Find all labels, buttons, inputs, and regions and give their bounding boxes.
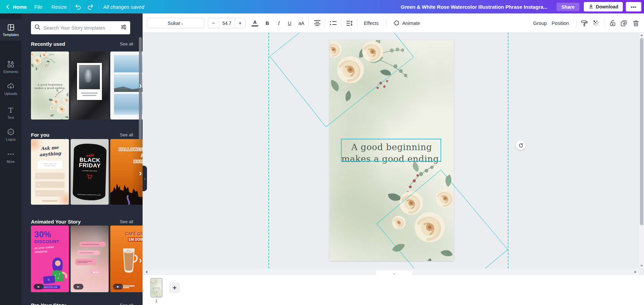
text-spacing-button[interactable]: [344, 18, 355, 28]
see-all-link[interactable]: See all: [120, 303, 133, 305]
bullet-list-button[interactable]: [328, 18, 339, 28]
lock-button[interactable]: [607, 18, 618, 28]
share-button[interactable]: Share: [557, 3, 579, 11]
template-card-rose-quote[interactable]: [31, 52, 69, 120]
template-card-dark-photo[interactable]: [71, 52, 109, 120]
list-icon: [330, 21, 337, 25]
animate-button[interactable]: Animate: [388, 18, 424, 28]
divider: [605, 18, 605, 28]
sidebar: Templates Elements Uploads T Text co. Lo…: [0, 13, 22, 305]
collapse-canvas-controls[interactable]: ⌄: [376, 270, 413, 276]
template-card-discount[interactable]: 30% DISCOUNT on your onlineshopping. YOU…: [31, 226, 69, 292]
template-row-for-you: Ask meanything PLACE QUESTIONSTICKER HER…: [31, 139, 143, 205]
sidebar-item-label: Text: [7, 115, 14, 120]
rotate-handle[interactable]: [516, 140, 526, 150]
panel-collapse-handle[interactable]: ‹: [143, 166, 147, 191]
section-header-for-you: For you See all: [31, 131, 133, 138]
scrollbar-thumb[interactable]: [640, 38, 643, 225]
section-header-pro: Pro Your Story See all: [31, 302, 133, 305]
divider: [341, 18, 341, 28]
sidebar-item-more[interactable]: More: [0, 146, 22, 168]
back-icon[interactable]: [5, 0, 11, 13]
question-sticker: PLACE QUESTIONSTICKER HERE: [38, 161, 62, 169]
delete-button[interactable]: [631, 18, 641, 28]
sidebar-item-label: Templates: [3, 33, 19, 37]
chevron-right-icon[interactable]: ›: [139, 169, 142, 177]
font-size-value[interactable]: 54.7: [219, 18, 235, 28]
document-title[interactable]: Green & White Rose Watercolor Illustrati…: [401, 0, 547, 13]
search-box[interactable]: [31, 21, 130, 34]
undo-icon[interactable]: [75, 0, 82, 13]
divider: [308, 18, 309, 28]
see-all-link[interactable]: See all: [120, 41, 133, 46]
home-button[interactable]: Home: [13, 0, 27, 13]
chevron-right-icon[interactable]: ›: [139, 256, 142, 265]
play-button[interactable]: ▶: [73, 284, 83, 290]
transparency-button[interactable]: [591, 18, 602, 28]
search-input[interactable]: [43, 25, 118, 31]
see-all-link[interactable]: See all: [120, 219, 133, 224]
lock-icon: [609, 20, 616, 27]
bold-button[interactable]: B: [263, 18, 272, 28]
duplicate-icon: [620, 20, 628, 27]
answer-row: 02: [35, 181, 65, 188]
play-icon: ▶: [117, 285, 119, 288]
copy-style-button[interactable]: [579, 18, 590, 28]
effects-button[interactable]: Effects: [359, 18, 383, 28]
download-button[interactable]: Download: [584, 2, 623, 11]
divider: [386, 18, 386, 28]
add-page-button[interactable]: +: [169, 282, 180, 293]
scroll-right-icon[interactable]: [635, 271, 636, 273]
text-align-button[interactable]: [311, 18, 323, 28]
sale-script: sale: [86, 153, 94, 158]
font-size-increase[interactable]: +: [235, 18, 245, 28]
underline-button[interactable]: U: [285, 18, 294, 28]
sidebar-item-text[interactable]: T Text: [0, 102, 22, 124]
text-case-button[interactable]: aA: [296, 18, 307, 28]
template-card-chat[interactable]: ▶: [71, 226, 109, 292]
templates-panel: Recently used See all › For: [22, 13, 143, 305]
page-thumbnail-1[interactable]: [150, 278, 162, 298]
font-size-decrease[interactable]: −: [208, 18, 219, 28]
scroll-left-icon[interactable]: [146, 271, 147, 273]
filter-icon[interactable]: [120, 24, 127, 32]
top-bar: Home File Resize All changes saved Green…: [0, 0, 644, 13]
scroll-down-icon[interactable]: [640, 265, 643, 267]
play-button[interactable]: ▶: [113, 284, 123, 290]
template-card-sea-collage[interactable]: [110, 52, 143, 120]
sidebar-item-elements[interactable]: Elements: [0, 56, 22, 78]
position-button[interactable]: Position: [548, 18, 572, 28]
template-card-black-friday[interactable]: sale BLACK FRIDAY Limited time only WWW.…: [71, 139, 109, 205]
cart-icon: [86, 174, 93, 180]
template-card-halloween[interactable]: HALLOWEEN AT HOME: [110, 139, 143, 205]
vertical-scrollbar[interactable]: [639, 33, 644, 268]
woman-illustration: [43, 255, 69, 286]
sea-photo: [114, 74, 143, 92]
section-title: For you: [31, 132, 49, 138]
see-all-link[interactable]: See all: [120, 132, 133, 137]
text-color-button[interactable]: A: [250, 18, 260, 28]
play-button[interactable]: ▶: [34, 284, 44, 290]
more-options-icon[interactable]: •••: [626, 2, 641, 11]
text-selection-box[interactable]: [341, 139, 441, 162]
template-card-cafe[interactable]: · · · · · · CAFÉ GRÁ EM DOBR ▶: [110, 226, 143, 292]
duplicate-button[interactable]: [618, 18, 629, 28]
section-title: Pro Your Story: [31, 302, 66, 305]
font-family-select[interactable]: Sukar ⌄: [147, 18, 204, 28]
group-button[interactable]: Group: [530, 18, 550, 28]
template-card-ask-me-anything[interactable]: Ask meanything PLACE QUESTIONSTICKER HER…: [31, 139, 69, 205]
scroll-up-icon[interactable]: [640, 34, 643, 36]
canvas-area[interactable]: [143, 33, 639, 268]
file-menu[interactable]: File: [34, 0, 42, 13]
sidebar-item-uploads[interactable]: Uploads: [0, 78, 22, 100]
italic-button[interactable]: I: [274, 18, 283, 28]
discount-script: on your onlineshopping.: [34, 245, 54, 254]
redo-icon[interactable]: [87, 0, 94, 13]
resize-menu[interactable]: Resize: [51, 0, 67, 13]
chevron-right-icon[interactable]: ›: [139, 81, 142, 90]
download-label: Download: [596, 4, 618, 9]
section-header-recently-used: Recently used See all: [31, 40, 133, 47]
page-number: 1: [150, 299, 162, 303]
sidebar-item-logos[interactable]: co. Logos: [0, 124, 22, 145]
sidebar-item-templates[interactable]: Templates: [0, 19, 22, 41]
